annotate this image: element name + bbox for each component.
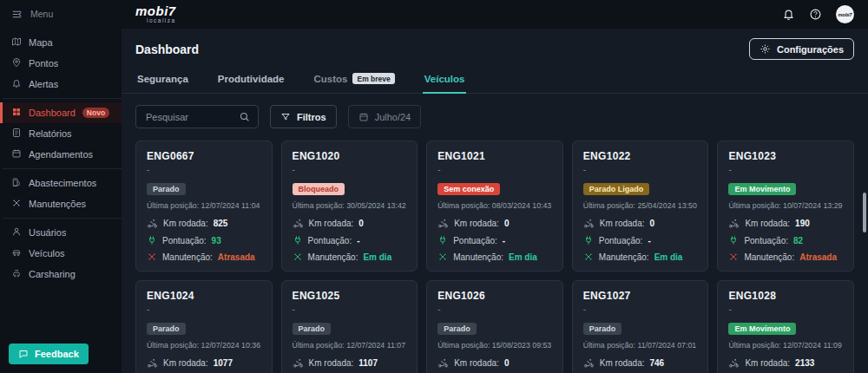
km-value: 825 <box>214 219 228 228</box>
last-position-label: Última posição: <box>293 201 345 210</box>
period-button[interactable]: Julho/24 <box>348 105 422 128</box>
sidebar-item-label: Manutenções <box>29 199 86 209</box>
km-label: Km rodada: <box>309 358 354 368</box>
sidebar-item-manutencoes[interactable]: Manutenções <box>0 193 122 214</box>
last-position-label: Última posição: <box>437 201 490 210</box>
last-position: Última posição: 25/04/2024 13:50 <box>583 201 698 210</box>
km-value: 2133 <box>795 358 814 368</box>
sidebar-item-label: Alertas <box>29 79 58 89</box>
filters-button[interactable]: Filtros <box>270 105 337 128</box>
km-value: 1077 <box>214 358 233 368</box>
logo-text: mobi7 <box>135 4 176 17</box>
last-position-value: 12/07/2024 11:07 <box>346 341 405 350</box>
vehicle-card[interactable]: ENG1021 - Sem conexão Última posição: 08… <box>426 141 563 272</box>
scrollbar[interactable] <box>863 193 866 232</box>
filters-label: Filtros <box>297 112 326 122</box>
last-position-value: 12/07/2024 11:09 <box>783 341 842 350</box>
score-row: Pontuação: 93 <box>147 235 261 245</box>
sidebar-item-agendamentos[interactable]: Agendamentos <box>0 144 122 165</box>
carsharing-icon <box>11 268 22 280</box>
settings-button[interactable]: Configurações <box>749 38 854 60</box>
km-label: Km rodada: <box>745 358 790 368</box>
km-label: Km rodada: <box>454 219 499 228</box>
rider-icon <box>437 357 449 369</box>
tab-custos[interactable]: Custos Em breve <box>312 66 397 94</box>
km-label: Km rodada: <box>600 358 645 368</box>
vehicle-card[interactable]: ENG1022 - Parado Ligado Última posição: … <box>572 141 709 272</box>
sidebar-item-abastecimentos[interactable]: Abastecimentos <box>0 173 122 193</box>
km-value: 0 <box>504 358 510 368</box>
status-badge: Parado <box>583 323 622 335</box>
vehicle-plate: ENG1022 <box>583 150 698 162</box>
avatar[interactable]: mobi7 <box>836 5 854 23</box>
sidebar-item-relatorios[interactable]: Relatórios <box>0 123 122 144</box>
last-position-value: 25/04/2024 13:50 <box>637 201 697 210</box>
funnel-icon <box>280 112 291 122</box>
coming-soon-badge: Em breve <box>352 73 394 84</box>
last-position: Última posição: 12/07/2024 11:09 <box>728 341 843 350</box>
sidebar-item-label: Dashboard <box>29 108 76 118</box>
status-badge: Parado <box>147 323 186 335</box>
search-input[interactable] <box>144 111 233 123</box>
sidebar-item-usuarios[interactable]: Usuários <box>0 222 122 243</box>
score-label: Pontuação: <box>453 236 497 245</box>
search-icon[interactable] <box>239 111 250 122</box>
maintenance-row: Manutenção: Atrasada <box>147 252 261 262</box>
tab-produtividade[interactable]: Produtividade <box>216 66 286 94</box>
sidebar-item-veiculos[interactable]: Veículos <box>0 243 122 264</box>
rider-icon <box>293 357 304 369</box>
sidebar-item-pontos[interactable]: Pontos <box>0 53 122 74</box>
notifications-button[interactable] <box>782 8 795 21</box>
km-label: Km rodada: <box>454 358 499 368</box>
vehicle-plate: ENG1027 <box>583 290 698 302</box>
tab-veiculos[interactable]: Veículos <box>423 66 467 94</box>
last-position: Última posição: 12/07/2024 11:04 <box>147 201 261 210</box>
score-row: Pontuação: 82 <box>728 235 843 245</box>
last-position: Última posição: 08/03/2024 10:43 <box>437 201 552 210</box>
sidebar-nav: Mapa Pontos Alertas Dashboard Novo Relat… <box>0 28 122 335</box>
vehicle-subtitle: - <box>728 304 843 314</box>
filter-bar: Filtros Julho/24 <box>135 105 854 128</box>
feedback-button[interactable]: Feedback <box>9 344 89 364</box>
last-position: Última posição: 15/08/2023 09:53 <box>437 341 552 350</box>
wrench-icon <box>728 252 739 262</box>
score-value: 93 <box>212 236 221 245</box>
vehicle-card[interactable]: ENG1025 - Parado Última posição: 12/07/2… <box>281 280 418 373</box>
maintenance-value: Atrasada <box>799 252 837 262</box>
sidebar-item-mapa[interactable]: Mapa <box>0 32 122 53</box>
vehicle-card[interactable]: ENG1026 - Parado Última posição: 15/08/2… <box>426 280 563 373</box>
vehicle-subtitle: - <box>583 165 698 174</box>
sidebar-menu-toggle[interactable]: Menu <box>0 0 122 28</box>
vehicle-card[interactable]: ENG1023 - Em Movimento Última posição: 1… <box>717 141 854 272</box>
score-value: - <box>357 236 359 245</box>
maintenance-value: Atrasada <box>218 252 255 262</box>
tab-label: Custos <box>314 74 348 84</box>
score-value: 82 <box>793 236 803 245</box>
rider-icon <box>293 218 304 229</box>
sidebar-item-alertas[interactable]: Alertas <box>0 74 122 95</box>
vehicle-card[interactable]: ENG1024 - Parado Última posição: 12/07/2… <box>135 280 273 373</box>
vehicle-card[interactable]: ENG1020 - Bloqueado Última posição: 30/0… <box>281 141 418 272</box>
score-value: - <box>503 236 505 245</box>
help-button[interactable] <box>809 8 822 21</box>
score-label: Pontuação: <box>599 236 643 245</box>
last-position: Última posição: 30/05/2024 13:42 <box>293 201 407 210</box>
menu-icon <box>11 9 23 20</box>
tab-seguranca[interactable]: Segurança <box>135 66 190 94</box>
maintenance-label: Manutenção: <box>308 252 358 262</box>
logo: mobi7 localiza <box>135 4 176 24</box>
vehicle-card[interactable]: ENG0667 - Parado Última posição: 12/07/2… <box>135 141 273 272</box>
last-position-label: Última posição: <box>583 201 635 210</box>
status-badge: Parado <box>147 183 186 195</box>
maintenance-label: Manutenção: <box>162 252 213 262</box>
sidebar-item-carsharing[interactable]: Carsharing <box>0 264 122 285</box>
vehicle-card[interactable]: ENG1027 - Parado Última posição: 11/07/2… <box>572 280 709 373</box>
last-position-label: Última posição: <box>147 341 199 350</box>
km-row: Km rodada: 1077 <box>147 357 261 369</box>
calendar-icon <box>358 112 369 122</box>
sidebar-item-label: Abastecimentos <box>29 178 96 188</box>
tab-label: Segurança <box>137 74 188 84</box>
page-title: Dashboard <box>135 43 199 56</box>
sidebar-item-dashboard[interactable]: Dashboard Novo <box>0 102 122 123</box>
vehicle-card[interactable]: ENG1028 - Em Movimento Última posição: 1… <box>717 280 854 373</box>
